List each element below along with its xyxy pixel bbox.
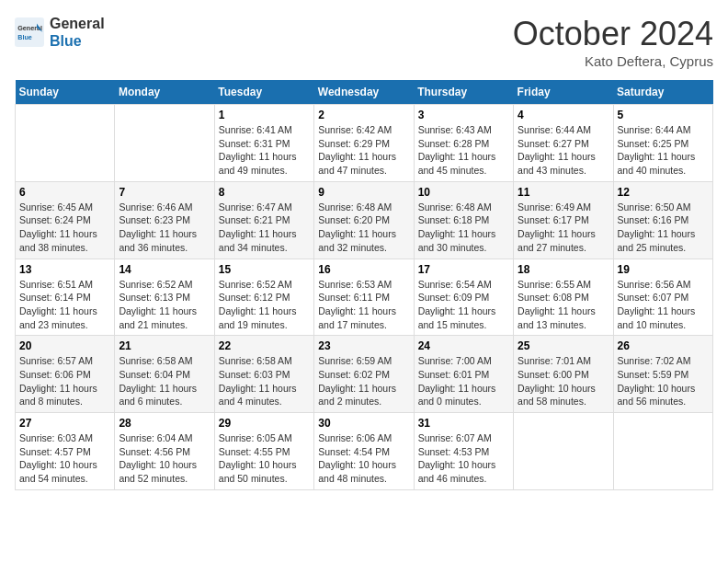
calendar-cell: 12Sunrise: 6:50 AM Sunset: 6:16 PM Dayli… [613, 181, 712, 259]
calendar-cell [514, 413, 613, 490]
day-of-week-header: Wednesday [314, 80, 414, 105]
calendar-cell: 19Sunrise: 6:56 AM Sunset: 6:07 PM Dayli… [613, 259, 712, 336]
day-info: Sunrise: 6:44 AM Sunset: 6:27 PM Dayligh… [518, 124, 596, 176]
day-number: 19 [618, 263, 709, 276]
calendar-cell: 24Sunrise: 7:00 AM Sunset: 6:01 PM Dayli… [414, 336, 513, 413]
day-number: 8 [219, 186, 310, 199]
logo-icon: General Blue [15, 17, 44, 47]
day-number: 12 [618, 186, 709, 199]
day-info: Sunrise: 6:58 AM Sunset: 6:04 PM Dayligh… [119, 355, 197, 407]
calendar-cell: 27Sunrise: 6:03 AM Sunset: 4:57 PM Dayli… [16, 413, 115, 490]
day-info: Sunrise: 6:06 AM Sunset: 4:54 PM Dayligh… [318, 432, 396, 484]
day-number: 2 [318, 109, 409, 121]
day-number: 30 [318, 417, 409, 430]
calendar-week-row: 27Sunrise: 6:03 AM Sunset: 4:57 PM Dayli… [16, 413, 713, 490]
day-number: 26 [618, 339, 709, 352]
calendar-cell: 22Sunrise: 6:58 AM Sunset: 6:03 PM Dayli… [214, 336, 313, 413]
day-number: 10 [418, 186, 509, 199]
calendar-cell [613, 413, 712, 490]
day-number: 18 [518, 263, 609, 276]
day-info: Sunrise: 7:01 AM Sunset: 6:00 PM Dayligh… [518, 355, 596, 407]
day-info: Sunrise: 6:47 AM Sunset: 6:21 PM Dayligh… [219, 201, 297, 253]
day-number: 17 [418, 263, 509, 276]
page-header: General Blue General Blue October 2024 K… [15, 15, 713, 69]
day-number: 13 [19, 263, 110, 276]
day-of-week-header: Monday [115, 80, 214, 105]
day-number: 14 [119, 263, 210, 276]
day-info: Sunrise: 6:03 AM Sunset: 4:57 PM Dayligh… [19, 432, 97, 484]
calendar-cell [16, 105, 115, 182]
day-number: 4 [518, 109, 609, 121]
day-number: 23 [318, 339, 409, 352]
day-of-week-header: Tuesday [214, 80, 313, 105]
day-of-week-header: Friday [514, 80, 613, 105]
calendar-cell: 15Sunrise: 6:52 AM Sunset: 6:12 PM Dayli… [214, 259, 313, 336]
day-info: Sunrise: 6:55 AM Sunset: 6:08 PM Dayligh… [518, 279, 596, 330]
day-number: 5 [618, 109, 709, 121]
calendar-cell: 20Sunrise: 6:57 AM Sunset: 6:06 PM Dayli… [16, 336, 115, 413]
day-info: Sunrise: 7:02 AM Sunset: 5:59 PM Dayligh… [618, 355, 696, 407]
calendar-cell: 28Sunrise: 6:04 AM Sunset: 4:56 PM Dayli… [115, 413, 214, 490]
calendar-cell: 11Sunrise: 6:49 AM Sunset: 6:17 PM Dayli… [514, 181, 613, 259]
day-info: Sunrise: 6:49 AM Sunset: 6:17 PM Dayligh… [518, 201, 596, 253]
day-number: 3 [418, 109, 509, 121]
day-info: Sunrise: 6:42 AM Sunset: 6:29 PM Dayligh… [318, 124, 396, 176]
calendar-cell: 8Sunrise: 6:47 AM Sunset: 6:21 PM Daylig… [214, 181, 313, 259]
calendar-table: SundayMondayTuesdayWednesdayThursdayFrid… [15, 80, 713, 490]
day-info: Sunrise: 6:59 AM Sunset: 6:02 PM Dayligh… [318, 355, 396, 407]
day-number: 28 [119, 417, 210, 430]
day-info: Sunrise: 6:43 AM Sunset: 6:28 PM Dayligh… [418, 124, 496, 176]
month-title: October 2024 [513, 15, 713, 53]
day-number: 20 [19, 339, 110, 352]
calendar-week-row: 20Sunrise: 6:57 AM Sunset: 6:06 PM Dayli… [16, 336, 713, 413]
day-number: 6 [19, 186, 110, 199]
calendar-week-row: 1Sunrise: 6:41 AM Sunset: 6:31 PM Daylig… [16, 105, 713, 182]
day-info: Sunrise: 7:00 AM Sunset: 6:01 PM Dayligh… [418, 355, 496, 407]
calendar-week-row: 13Sunrise: 6:51 AM Sunset: 6:14 PM Dayli… [16, 259, 713, 336]
day-number: 21 [119, 339, 210, 352]
calendar-cell: 25Sunrise: 7:01 AM Sunset: 6:00 PM Dayli… [514, 336, 613, 413]
day-info: Sunrise: 6:45 AM Sunset: 6:24 PM Dayligh… [19, 201, 97, 253]
calendar-cell: 21Sunrise: 6:58 AM Sunset: 6:04 PM Dayli… [115, 336, 214, 413]
calendar-cell: 6Sunrise: 6:45 AM Sunset: 6:24 PM Daylig… [16, 181, 115, 259]
day-info: Sunrise: 6:50 AM Sunset: 6:16 PM Dayligh… [618, 201, 696, 253]
calendar-cell: 9Sunrise: 6:48 AM Sunset: 6:20 PM Daylig… [314, 181, 414, 259]
day-number: 27 [19, 417, 110, 430]
calendar-cell: 7Sunrise: 6:46 AM Sunset: 6:23 PM Daylig… [115, 181, 214, 259]
calendar-cell: 16Sunrise: 6:53 AM Sunset: 6:11 PM Dayli… [314, 259, 414, 336]
day-of-week-header: Saturday [613, 80, 712, 105]
day-info: Sunrise: 6:04 AM Sunset: 4:56 PM Dayligh… [119, 432, 197, 484]
day-number: 22 [219, 339, 310, 352]
calendar-cell [115, 105, 214, 182]
calendar-cell: 1Sunrise: 6:41 AM Sunset: 6:31 PM Daylig… [214, 105, 313, 182]
day-number: 25 [518, 339, 609, 352]
day-number: 16 [318, 263, 409, 276]
day-info: Sunrise: 6:56 AM Sunset: 6:07 PM Dayligh… [618, 279, 696, 330]
day-number: 29 [219, 417, 310, 430]
day-info: Sunrise: 6:53 AM Sunset: 6:11 PM Dayligh… [318, 279, 396, 330]
day-number: 31 [418, 417, 509, 430]
day-info: Sunrise: 6:48 AM Sunset: 6:18 PM Dayligh… [418, 201, 496, 253]
day-number: 24 [418, 339, 509, 352]
calendar-cell: 5Sunrise: 6:44 AM Sunset: 6:25 PM Daylig… [613, 105, 712, 182]
day-info: Sunrise: 6:48 AM Sunset: 6:20 PM Dayligh… [318, 201, 396, 253]
day-number: 7 [119, 186, 210, 199]
calendar-cell: 29Sunrise: 6:05 AM Sunset: 4:55 PM Dayli… [214, 413, 313, 490]
day-info: Sunrise: 6:52 AM Sunset: 6:13 PM Dayligh… [119, 279, 197, 330]
day-info: Sunrise: 6:58 AM Sunset: 6:03 PM Dayligh… [219, 355, 297, 407]
calendar-cell: 26Sunrise: 7:02 AM Sunset: 5:59 PM Dayli… [613, 336, 712, 413]
day-info: Sunrise: 6:46 AM Sunset: 6:23 PM Dayligh… [119, 201, 197, 253]
logo-text-general: General [50, 15, 105, 32]
calendar-cell: 4Sunrise: 6:44 AM Sunset: 6:27 PM Daylig… [514, 105, 613, 182]
calendar-cell: 17Sunrise: 6:54 AM Sunset: 6:09 PM Dayli… [414, 259, 513, 336]
location-subtitle: Kato Deftera, Cyprus [513, 53, 713, 69]
calendar-cell: 14Sunrise: 6:52 AM Sunset: 6:13 PM Dayli… [115, 259, 214, 336]
logo-text-blue: Blue [50, 32, 105, 50]
calendar-cell: 3Sunrise: 6:43 AM Sunset: 6:28 PM Daylig… [414, 105, 513, 182]
day-number: 11 [518, 186, 609, 199]
calendar-header-row: SundayMondayTuesdayWednesdayThursdayFrid… [16, 80, 713, 105]
title-block: October 2024 Kato Deftera, Cyprus [513, 15, 713, 69]
calendar-cell: 18Sunrise: 6:55 AM Sunset: 6:08 PM Dayli… [514, 259, 613, 336]
day-info: Sunrise: 6:52 AM Sunset: 6:12 PM Dayligh… [219, 279, 297, 330]
calendar-cell: 10Sunrise: 6:48 AM Sunset: 6:18 PM Dayli… [414, 181, 513, 259]
